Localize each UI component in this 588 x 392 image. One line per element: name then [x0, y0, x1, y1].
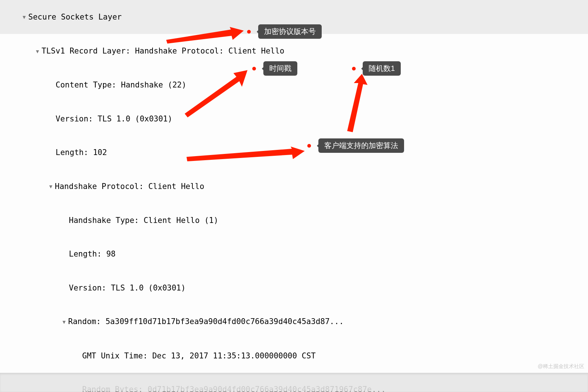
disclosure-triangle-icon[interactable]: ▼ — [48, 181, 54, 192]
field-label: Version: TLS 1.0 (0x0301) — [56, 114, 172, 123]
annotation-dot — [352, 67, 356, 71]
annotation-rand1: 随机数1 — [363, 61, 401, 76]
disclosure-triangle-icon[interactable]: ▼ — [21, 11, 28, 23]
watermark: @稀土掘金技术社区 — [538, 363, 584, 370]
field-label: GMT Unix Time: Dec 13, 2017 11:35:13.000… — [82, 351, 316, 360]
field-label: Secure Sockets Layer — [28, 13, 122, 21]
field-label: Length: 102 — [56, 148, 107, 157]
annotation-time: 时间戳 — [263, 61, 297, 76]
disclosure-triangle-icon[interactable]: ▼ — [61, 316, 68, 328]
annotation-version: 加密协议版本号 — [258, 24, 322, 39]
field-label: Version: TLS 1.0 (0x0301) — [69, 283, 186, 292]
field-label: TLSv1 Record Layer: Handshake Protocol: … — [42, 47, 284, 55]
tree-row-random[interactable]: ▼Random: 5a309ff10d71b17bf3ea9a90d4fd00c… — [0, 305, 588, 339]
hex-dump-row[interactable]: 0040 01 5a 30 9f f1 0d 71 b1 7b f3 ea 9a… — [0, 374, 588, 392]
field-label: Random: 5a309ff10d71b17bf3ea9a90d4fd00c7… — [68, 317, 344, 326]
field-label: Handshake Type: Client Hello (1) — [69, 216, 219, 225]
annotation-dot — [307, 144, 311, 148]
tree-row-gmt-time[interactable]: GMT Unix Time: Dec 13, 2017 11:35:13.000… — [0, 339, 588, 373]
field-label: Handshake Protocol: Client Hello — [55, 182, 205, 191]
tree-row-hs-length[interactable]: Length: 98 — [0, 237, 588, 271]
annotation-dot — [247, 30, 251, 34]
field-label: Content Type: Handshake (22) — [56, 80, 187, 89]
tree-row-version[interactable]: Version: TLS 1.0 (0x0301) — [0, 102, 588, 136]
field-label: Length: 98 — [69, 250, 116, 258]
tree-row-length[interactable]: Length: 102 — [0, 136, 588, 170]
tree-row-hs-version[interactable]: Version: TLS 1.0 (0x0301) — [0, 271, 588, 305]
annotation-cipher: 客户端支持的加密算法 — [318, 138, 404, 153]
tree-row-handshake[interactable]: ▼Handshake Protocol: Client Hello — [0, 169, 588, 203]
tree-row-hs-type[interactable]: Handshake Type: Client Hello (1) — [0, 203, 588, 237]
packet-details-tree[interactable]: ▼Secure Sockets Layer ▼TLSv1 Record Laye… — [0, 0, 588, 392]
annotation-dot — [252, 67, 256, 71]
disclosure-triangle-icon[interactable]: ▼ — [34, 46, 41, 57]
